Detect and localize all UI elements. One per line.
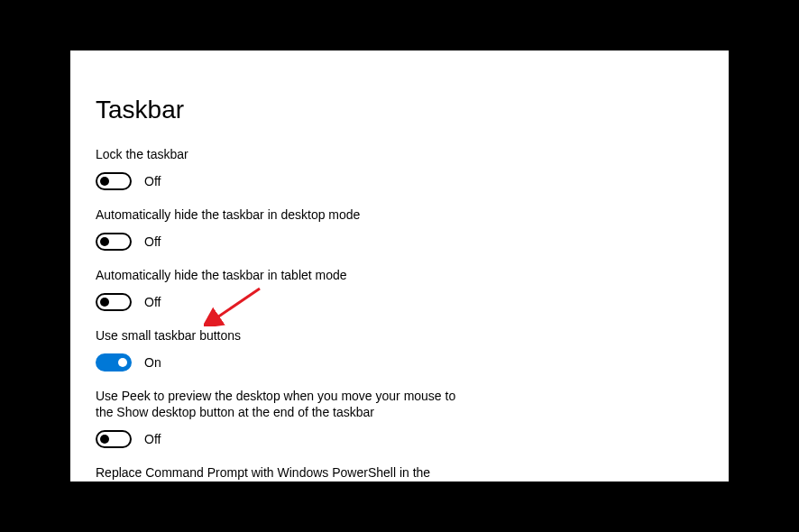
toggle-row: Off — [96, 430, 703, 448]
toggle-knob — [100, 298, 109, 307]
toggle-knob — [100, 237, 109, 246]
toggle-row: Off — [96, 233, 703, 251]
setting-autohide-tablet: Automatically hide the taskbar in tablet… — [96, 267, 703, 311]
setting-powershell: Replace Command Prompt with Windows Powe… — [96, 464, 703, 482]
setting-small-buttons: Use small taskbar buttons On — [96, 327, 703, 371]
setting-label: Replace Command Prompt with Windows Powe… — [96, 464, 456, 482]
setting-label: Use Peek to preview the desktop when you… — [96, 388, 456, 422]
toggle-state: Off — [144, 295, 161, 309]
toggle-state: Off — [144, 432, 161, 446]
toggle-row: Off — [96, 172, 703, 190]
settings-panel: Taskbar Lock the taskbar Off Automatical… — [70, 50, 729, 482]
toggle-small-buttons[interactable] — [96, 353, 132, 371]
setting-label: Use small taskbar buttons — [96, 327, 456, 344]
toggle-knob — [118, 358, 127, 367]
page-title: Taskbar — [96, 96, 703, 124]
setting-peek: Use Peek to preview the desktop when you… — [96, 388, 703, 449]
toggle-lock-taskbar[interactable] — [96, 172, 132, 190]
toggle-knob — [100, 435, 109, 444]
setting-lock-taskbar: Lock the taskbar Off — [96, 146, 703, 190]
toggle-state: Off — [144, 174, 161, 188]
toggle-state: On — [144, 355, 161, 370]
toggle-row: On — [96, 353, 703, 371]
toggle-row: Off — [96, 293, 703, 311]
toggle-state: Off — [144, 234, 161, 249]
setting-label: Automatically hide the taskbar in tablet… — [96, 267, 456, 284]
setting-label: Automatically hide the taskbar in deskto… — [96, 206, 456, 224]
setting-autohide-desktop: Automatically hide the taskbar in deskto… — [96, 206, 703, 251]
toggle-knob — [100, 177, 109, 186]
setting-label: Lock the taskbar — [96, 146, 456, 163]
toggle-autohide-desktop[interactable] — [96, 233, 132, 251]
toggle-peek[interactable] — [96, 430, 132, 448]
toggle-autohide-tablet[interactable] — [96, 293, 132, 311]
